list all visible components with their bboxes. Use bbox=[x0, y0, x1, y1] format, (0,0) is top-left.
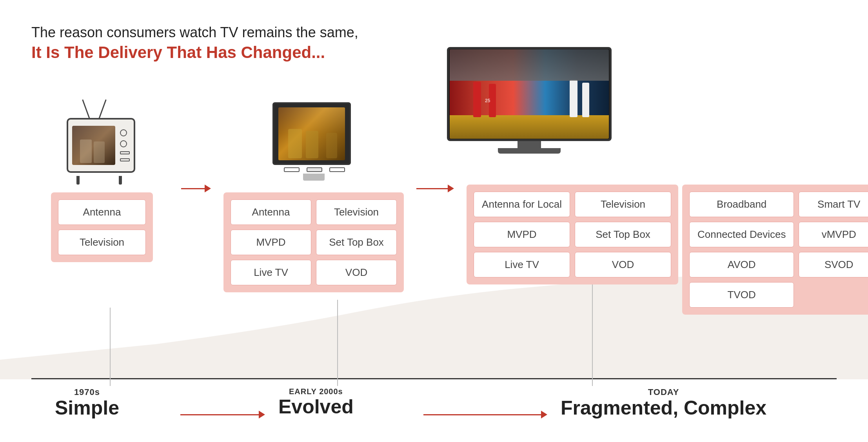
box-antenna-1970s: Antenna bbox=[58, 199, 146, 225]
box-avod: AVOD bbox=[689, 252, 794, 277]
box-mvpd-2000s: MVPD bbox=[231, 230, 311, 255]
tv-1970s bbox=[63, 83, 141, 185]
era-1970s-label: 1970s bbox=[55, 387, 119, 397]
box-antenna-2000s: Antenna bbox=[231, 199, 311, 225]
header-line1: The reason consumers watch TV remains th… bbox=[31, 24, 837, 42]
box-connecteddevices: Connected Devices bbox=[689, 222, 794, 247]
era-today-label: TODAY bbox=[561, 387, 766, 397]
era-future: Broadband Smart TV Connected Devices vMV… bbox=[682, 83, 868, 315]
header: The reason consumers watch TV remains th… bbox=[31, 24, 837, 63]
era-today-name: Fragmented, Complex bbox=[561, 397, 766, 419]
era-future-boxes: Broadband Smart TV Connected Devices vMV… bbox=[682, 185, 868, 315]
box-livetv-today: Live TV bbox=[474, 252, 570, 277]
era-2000s-label: EARLY 2000s bbox=[278, 387, 354, 396]
box-broadband: Broadband bbox=[689, 192, 794, 217]
box-television-today: Television bbox=[575, 192, 671, 217]
box-empty bbox=[799, 282, 868, 308]
timeline-label-today: TODAY Fragmented, Complex bbox=[561, 387, 766, 419]
box-svod: SVOD bbox=[799, 252, 868, 277]
timeline-label-2000s: EARLY 2000s Evolved bbox=[278, 387, 354, 418]
box-livetv-2000s: Live TV bbox=[231, 260, 311, 285]
box-vod-today: VOD bbox=[575, 252, 671, 277]
box-vod-2000s: VOD bbox=[316, 260, 397, 285]
box-television-1970s: Television bbox=[58, 230, 146, 255]
box-vmvpd: vMVPD bbox=[799, 222, 868, 247]
box-settopbox-2000s: Set Top Box bbox=[316, 230, 397, 255]
timeline-label-1970s: 1970s Simple bbox=[55, 387, 119, 419]
box-antenna-today: Antenna for Local bbox=[474, 192, 570, 217]
timeline: 1970s Simple EARLY 2000s Evolved TODAY bbox=[31, 378, 837, 426]
era-1970s: Antenna Television bbox=[31, 83, 173, 262]
box-television-2000s: Television bbox=[316, 199, 397, 225]
era-early2000s: Antenna Television MVPD Set Top Box Live… bbox=[220, 83, 408, 292]
era-today-boxes: Antenna for Local Television MVPD Set To… bbox=[467, 185, 678, 284]
era-early2000s-boxes: Antenna Television MVPD Set Top Box Live… bbox=[223, 192, 404, 292]
box-tvod: TVOD bbox=[689, 282, 794, 308]
era-2000s-name: Evolved bbox=[278, 396, 354, 418]
box-mvpd-today: MVPD bbox=[474, 222, 570, 247]
box-settopbox-today: Set Top Box bbox=[575, 222, 671, 247]
arrow-1 bbox=[173, 83, 220, 192]
tv-early2000s bbox=[272, 83, 355, 185]
timeline-arrow-1 bbox=[180, 411, 265, 418]
era-1970s-boxes: Antenna Television bbox=[51, 192, 153, 262]
box-smarttv: Smart TV bbox=[799, 192, 868, 217]
era-today: Antenna for Local Television MVPD Set To… bbox=[463, 83, 682, 284]
header-line2: It Is The Delivery That Has Changed... bbox=[31, 42, 837, 63]
main-container: The reason consumers watch TV remains th… bbox=[0, 0, 868, 442]
era-1970s-name: Simple bbox=[55, 397, 119, 419]
timeline-arrow-2 bbox=[423, 411, 547, 418]
